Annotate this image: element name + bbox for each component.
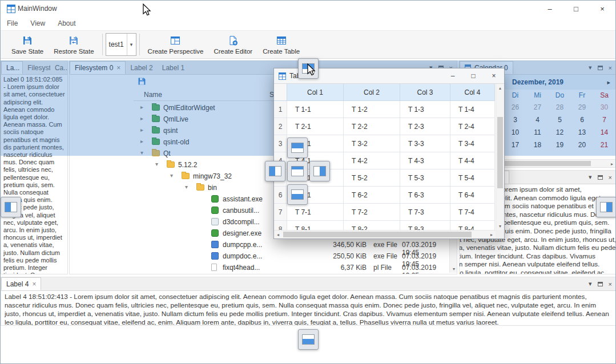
tab-label: Label 4 <box>6 280 29 288</box>
table-horizontal-scrollbar[interactable]: ◂ ▸ <box>274 230 496 238</box>
menu-view[interactable]: View <box>24 17 51 30</box>
table-cell[interactable]: T 2-4 <box>450 118 495 135</box>
create-perspective-button[interactable]: Create Perspective <box>143 33 209 56</box>
drop-indicator-dock-bottom[interactable] <box>287 184 308 205</box>
table-cell[interactable]: T 4-3 <box>400 152 450 169</box>
table-cell[interactable]: T 5-4 <box>450 169 495 187</box>
titlebar: MainWindow – □ × <box>1 1 615 17</box>
minimize-button[interactable]: – <box>442 68 463 83</box>
scroll-down-icon[interactable]: ▾ <box>450 265 457 273</box>
folder-icon <box>182 173 190 179</box>
tree-expander-icon[interactable]: ▾ <box>155 161 158 167</box>
table-cell[interactable]: T 8-1 <box>287 221 344 230</box>
scroll-up-icon[interactable]: ▴ <box>496 84 504 92</box>
close-button[interactable]: × <box>589 1 615 17</box>
tab-label-4[interactable]: Label 4 × <box>1 277 41 290</box>
file-date: 07.03.2019 19:05 <box>402 264 449 274</box>
table-vertical-scrollbar[interactable]: ▴ ▾ <box>496 84 504 230</box>
table-cell[interactable]: T 1-2 <box>344 101 400 118</box>
table-cell[interactable]: T 2-2 <box>344 118 400 135</box>
table-cell[interactable]: T 1-3 <box>400 101 450 118</box>
table-cell[interactable]: T 7-4 <box>450 204 495 221</box>
create-table-button[interactable]: Create Table <box>257 33 305 56</box>
mouse-cursor-secondary <box>142 3 151 17</box>
table-cell[interactable]: T 7-2 <box>344 204 400 221</box>
floating-window-table-0[interactable]: Table 0 – □ × Col 1Col 2Col 3Col 41T 1-1… <box>273 68 505 239</box>
table-cell[interactable]: T 8-4 <box>450 221 495 230</box>
tree-expander-icon[interactable]: ▾ <box>170 172 173 179</box>
dock-menu-button[interactable]: ▾ <box>589 173 592 181</box>
table-cell[interactable]: T 1-4 <box>450 101 495 118</box>
table-cell[interactable]: T 7-3 <box>400 204 450 221</box>
table-cell[interactable]: T 3-4 <box>450 135 495 152</box>
table-cell[interactable]: T 8-3 <box>400 221 450 230</box>
scroll-right-icon[interactable]: ▸ <box>608 160 616 167</box>
drop-indicator-container-right[interactable] <box>596 197 616 217</box>
file-type: exe File <box>373 241 397 249</box>
column-header[interactable]: Col 4 <box>450 84 495 101</box>
restore-state-button[interactable]: Restore State <box>49 33 99 56</box>
row-header[interactable]: 3 <box>274 135 287 152</box>
close-button[interactable]: × <box>484 68 504 83</box>
table-cell[interactable]: T 6-2 <box>344 187 400 204</box>
minimize-button[interactable]: – <box>537 1 563 17</box>
tree-item[interactable]: dumpdoc.e...250,50 KiBexe File07.03.2019… <box>134 250 449 262</box>
row-header[interactable]: 1 <box>274 101 287 118</box>
table-cell[interactable]: T 8-2 <box>344 221 400 230</box>
restore-state-label: Restore State <box>54 48 94 55</box>
row-header[interactable]: 6 <box>274 187 287 204</box>
table-cell[interactable]: T 6-3 <box>400 187 450 204</box>
dock-float-button[interactable] <box>598 282 603 286</box>
table-cell[interactable]: T 4-2 <box>344 152 400 169</box>
table-cell[interactable]: T 2-1 <box>287 118 344 135</box>
create-editor-button[interactable]: Create Editor <box>208 33 257 56</box>
scrollbar-thumb[interactable] <box>497 117 503 188</box>
tree-item[interactable]: fixqt4head...6,37 KiBpl File07.03.2019 1… <box>134 262 449 273</box>
tree-item-name: canbusutil... <box>223 207 259 215</box>
drop-indicator-dock-center[interactable] <box>287 161 308 181</box>
table-cell[interactable]: T 5-3 <box>400 169 450 187</box>
tab-close-icon[interactable]: × <box>32 281 36 288</box>
tree-item[interactable]: dumpcpp.e...346,50 KiBexe File07.03.2019… <box>134 239 449 250</box>
table-cell[interactable]: T 3-3 <box>400 135 450 152</box>
file-size: 6,37 KiB <box>304 264 367 272</box>
drop-indicator-dock-left[interactable] <box>265 161 285 181</box>
dock-menu-button[interactable]: ▾ <box>589 280 592 288</box>
drop-indicator-dock-top[interactable] <box>287 137 308 158</box>
window-controls: – □ × <box>537 1 615 17</box>
dock-close-button[interactable]: × <box>609 281 612 288</box>
create-perspective-label: Create Perspective <box>148 48 204 55</box>
drop-indicator-container-bottom[interactable] <box>298 329 319 350</box>
drop-indicator-container-left[interactable] <box>1 197 21 217</box>
perspective-select[interactable]: test1 ▾ <box>106 33 136 56</box>
table-cell[interactable]: T 7-1 <box>287 204 344 221</box>
maximize-button[interactable]: □ <box>563 1 589 17</box>
table-cell[interactable]: T 6-4 <box>450 187 495 204</box>
column-header[interactable]: Col 2 <box>344 84 400 101</box>
menu-file[interactable]: File <box>1 17 24 30</box>
table-cell[interactable]: T 2-3 <box>400 118 450 135</box>
column-header[interactable]: Col 1 <box>287 84 344 101</box>
file-type: pl File <box>373 264 392 272</box>
scrollbar-thumb[interactable] <box>283 232 472 237</box>
dock-close-button[interactable]: × <box>609 174 612 181</box>
menu-about[interactable]: About <box>51 17 82 30</box>
scroll-down-icon[interactable]: ▾ <box>496 222 504 230</box>
row-header[interactable]: 2 <box>274 118 287 135</box>
row-header[interactable]: 8 <box>274 221 287 230</box>
drop-indicator-dock-right[interactable] <box>309 161 330 181</box>
save-state-button[interactable]: Save State <box>6 33 49 56</box>
table-cell[interactable]: T 3-2 <box>344 135 400 152</box>
row-header[interactable]: 7 <box>274 204 287 221</box>
scroll-right-icon[interactable]: ▸ <box>488 230 496 238</box>
dock-float-button[interactable] <box>598 175 603 180</box>
folder-icon <box>196 184 204 191</box>
table-cell[interactable]: T 1-1 <box>287 101 344 118</box>
scroll-left-icon[interactable]: ◂ <box>274 230 282 238</box>
maximize-button[interactable]: □ <box>463 68 484 83</box>
table-cell[interactable]: T 4-4 <box>450 152 495 169</box>
tree-item-name: dumpdoc.e... <box>223 252 262 260</box>
tree-expander-icon[interactable]: ▾ <box>185 184 188 190</box>
table-cell[interactable]: T 5-2 <box>344 169 400 187</box>
column-header[interactable]: Col 3 <box>400 84 450 101</box>
